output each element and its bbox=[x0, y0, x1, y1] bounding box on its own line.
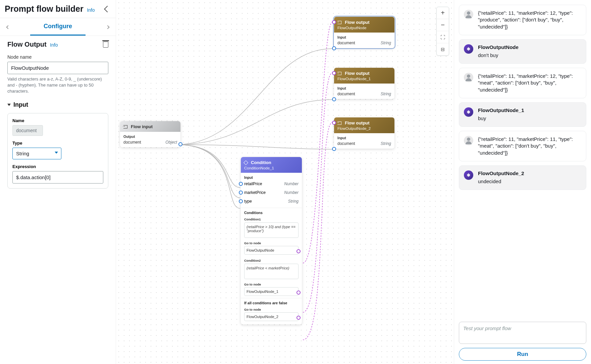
tabs-next-button[interactable] bbox=[104, 19, 111, 35]
layout-button[interactable]: ⊟ bbox=[437, 43, 449, 55]
tabs-prev-button[interactable] bbox=[5, 19, 11, 35]
info-link[interactable]: Info bbox=[87, 7, 95, 13]
input-card: Name document Type String Expression bbox=[7, 113, 108, 189]
ai-avatar-icon: ✱ bbox=[464, 107, 473, 117]
node-name-hint: Valid characters are a-z, A-Z, 0-9, _ (u… bbox=[7, 76, 108, 95]
delete-node-button[interactable] bbox=[103, 42, 108, 48]
chat-message-user: {"retailPrice": 11, "marketPrice": 12, "… bbox=[459, 5, 586, 35]
flow-output-icon bbox=[337, 21, 341, 24]
flow-output-node-0[interactable]: Flow output FlowOutputNode Input documen… bbox=[334, 17, 394, 48]
flow-output-icon bbox=[337, 121, 341, 125]
type-select[interactable]: String bbox=[12, 148, 61, 159]
section-info-link[interactable]: Info bbox=[50, 42, 58, 48]
condition1-expr[interactable] bbox=[244, 222, 299, 238]
flow-output-node-1[interactable]: Flow output FlowOutputNode_1 Input docum… bbox=[334, 68, 394, 99]
type-label: Type bbox=[12, 141, 103, 146]
ai-avatar-icon: ✱ bbox=[464, 170, 473, 180]
chat-message-ai: ✱ FlowOutputNode don't buy bbox=[459, 39, 586, 64]
condition-node[interactable]: Condition ConditionNode_1 Input retailPr… bbox=[241, 157, 302, 324]
chat-message-user: {"retailPrice": 11, "marketPrice": 12, "… bbox=[459, 68, 586, 98]
tabs-row: Configure bbox=[0, 18, 116, 36]
condition2-goto[interactable]: FlowOutputNode_1 bbox=[244, 287, 299, 296]
name-chip: document bbox=[12, 125, 43, 136]
collapse-left-icon[interactable] bbox=[104, 6, 111, 12]
user-avatar-icon bbox=[464, 136, 473, 145]
flow-input-node[interactable]: Flow input Output document Object bbox=[120, 121, 180, 147]
input-port[interactable] bbox=[332, 147, 336, 151]
run-button[interactable]: Run bbox=[459, 348, 586, 361]
prompt-input[interactable]: Test your prompt flow bbox=[459, 322, 586, 344]
condition-out-port[interactable] bbox=[297, 291, 301, 295]
condition1-goto[interactable]: FlowOutputNode bbox=[244, 246, 299, 255]
ai-avatar-icon: ✱ bbox=[464, 44, 473, 54]
condition2-expr[interactable] bbox=[244, 264, 299, 279]
input-port[interactable] bbox=[239, 191, 243, 195]
test-panel: {"retailPrice": 11, "marketPrice": 12, "… bbox=[454, 0, 591, 364]
condition-port[interactable] bbox=[332, 121, 336, 125]
else-goto[interactable]: FlowOutputNode_2 bbox=[244, 312, 299, 321]
chevron-down-icon bbox=[7, 104, 11, 106]
condition-out-port[interactable] bbox=[297, 249, 301, 253]
input-section-toggle[interactable]: Input bbox=[7, 101, 108, 108]
condition-icon bbox=[244, 160, 248, 165]
name-label: Name bbox=[12, 118, 103, 123]
condition-port[interactable] bbox=[332, 20, 336, 24]
flow-output-node-2[interactable]: Flow output FlowOutputNode_2 Input docum… bbox=[334, 117, 394, 149]
expression-input[interactable] bbox=[12, 171, 103, 184]
chat-message-ai: ✱ FlowOutputNode_1 buy bbox=[459, 102, 586, 127]
input-port[interactable] bbox=[332, 46, 336, 50]
input-port[interactable] bbox=[239, 182, 243, 186]
canvas-toolbox: + − ⛶ ⊟ bbox=[436, 7, 449, 56]
section-title: Flow Output bbox=[7, 41, 47, 48]
condition-port[interactable] bbox=[332, 71, 336, 75]
output-port[interactable] bbox=[178, 142, 182, 146]
node-name-label: Node name bbox=[7, 54, 108, 60]
flow-canvas[interactable]: Flow input Output document Object Flow o… bbox=[116, 0, 454, 364]
expression-label: Expression bbox=[12, 164, 103, 169]
condition-out-port[interactable] bbox=[297, 316, 301, 320]
flow-input-icon bbox=[123, 125, 127, 128]
zoom-in-button[interactable]: + bbox=[437, 7, 449, 19]
user-avatar-icon bbox=[464, 10, 473, 19]
panel-header: Prompt flow builder Info bbox=[0, 0, 116, 18]
zoom-out-button[interactable]: − bbox=[437, 19, 449, 31]
page-title: Prompt flow builder bbox=[5, 4, 84, 13]
chat-message-user: {"retailPrice": 11, "marketPrice": 11, "… bbox=[459, 131, 586, 161]
flow-output-icon bbox=[337, 72, 341, 75]
chat-message-ai: ✱ FlowOutputNode_2 undecided bbox=[459, 165, 586, 190]
input-port[interactable] bbox=[239, 199, 243, 203]
node-name-input[interactable] bbox=[7, 62, 108, 74]
tab-configure[interactable]: Configure bbox=[30, 18, 86, 36]
fit-view-button[interactable]: ⛶ bbox=[437, 31, 449, 43]
user-avatar-icon bbox=[464, 73, 473, 82]
input-port[interactable] bbox=[332, 97, 336, 101]
